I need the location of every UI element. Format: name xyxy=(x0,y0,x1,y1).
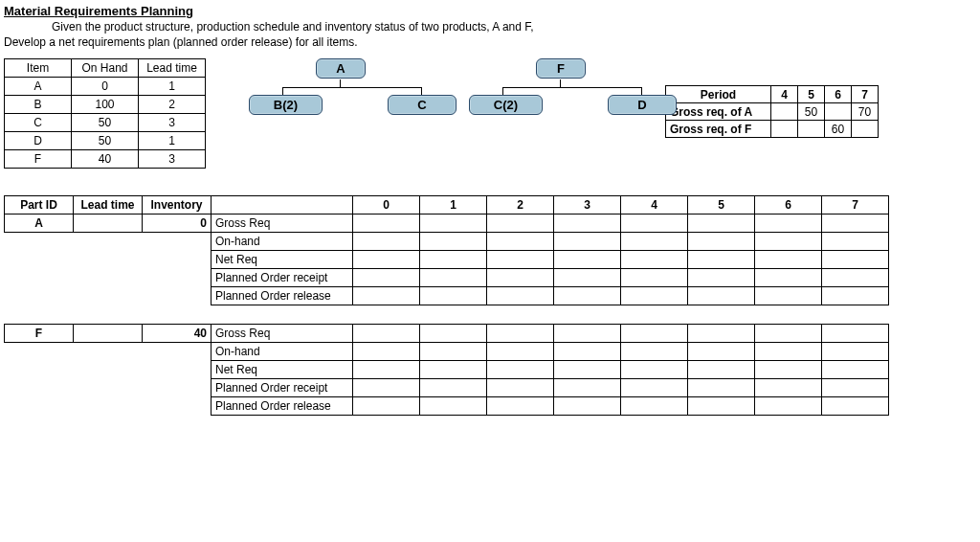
inventory-table: Item On Hand Lead time A 0 1 B 100 2 C 5… xyxy=(4,58,206,169)
mrp-period: 4 xyxy=(621,196,688,215)
cell xyxy=(852,121,879,138)
cell xyxy=(74,215,143,233)
period-col: 7 xyxy=(852,86,879,103)
cell: C xyxy=(5,114,72,132)
period-table: Period 4 5 6 7 Gross req. of A 50 70 Gro… xyxy=(665,85,879,138)
cell xyxy=(74,325,143,343)
inv-header-item: Item xyxy=(5,59,72,78)
cell xyxy=(771,121,798,138)
mrp-period: 0 xyxy=(353,196,420,215)
row-label: On-hand xyxy=(212,343,353,361)
cell xyxy=(771,103,798,121)
cell: A xyxy=(5,78,72,96)
mrp-period: 2 xyxy=(487,196,554,215)
node-a: A xyxy=(316,58,366,79)
cell: 3 xyxy=(139,150,206,169)
table-row: A 0 Gross Req xyxy=(5,215,889,233)
cell: 3 xyxy=(139,114,206,132)
part-id-cell: F xyxy=(5,325,74,343)
node-f: F xyxy=(536,58,586,79)
row-label: Net Req xyxy=(212,251,353,269)
gross-req-f-label: Gross req. of F xyxy=(666,121,771,138)
node-b2: B(2) xyxy=(249,95,323,115)
mrp-period: 6 xyxy=(755,196,822,215)
row-label: Gross Req xyxy=(212,215,353,233)
mrp-period: 7 xyxy=(822,196,889,215)
cell: 1 xyxy=(139,78,206,96)
intro-line-1: Given the product structure, production … xyxy=(52,20,980,34)
cell: D xyxy=(5,132,72,150)
cell: 40 xyxy=(143,325,212,343)
intro-line-2: Develop a net requirements plan (planned… xyxy=(4,35,980,49)
table-row: B 100 2 xyxy=(5,96,206,114)
cell: 100 xyxy=(72,96,139,114)
cell: 0 xyxy=(72,78,139,96)
table-row: A 0 1 xyxy=(5,78,206,96)
cell: 2 xyxy=(139,96,206,114)
table-row: Gross req. of A 50 70 xyxy=(666,103,879,121)
cell: 50 xyxy=(72,132,139,150)
row-label: On-hand xyxy=(212,233,353,251)
cell xyxy=(798,121,825,138)
mrp-header-leadtime: Lead time xyxy=(74,196,143,215)
row-label: Planned Order receipt xyxy=(212,379,353,397)
period-col: 5 xyxy=(798,86,825,103)
period-col: 4 xyxy=(771,86,798,103)
table-row: D 50 1 xyxy=(5,132,206,150)
product-structure-diagram: A B(2) C F C(2) D xyxy=(215,58,656,140)
table-row: F 40 Gross Req xyxy=(5,325,889,343)
mrp-header-inventory: Inventory xyxy=(143,196,212,215)
row-label: Gross Req xyxy=(212,325,353,343)
cell: 0 xyxy=(143,215,212,233)
cell: 40 xyxy=(72,150,139,169)
table-row: On-hand xyxy=(5,233,889,251)
node-c: C xyxy=(388,95,457,115)
cell xyxy=(825,103,852,121)
cell: B xyxy=(5,96,72,114)
cell: 1 xyxy=(139,132,206,150)
cell: 50 xyxy=(798,103,825,121)
mrp-period: 5 xyxy=(688,196,755,215)
inv-header-onhand: On Hand xyxy=(72,59,139,78)
inv-header-leadtime: Lead time xyxy=(139,59,206,78)
table-row: F 40 3 xyxy=(5,150,206,169)
node-c2: C(2) xyxy=(469,95,543,115)
cell: 50 xyxy=(72,114,139,132)
period-label: Period xyxy=(666,86,771,103)
table-row: Gross req. of F 60 xyxy=(666,121,879,138)
part-id-cell: A xyxy=(5,215,74,233)
cell: 70 xyxy=(852,103,879,121)
row-label: Net Req xyxy=(212,361,353,379)
mrp-header-partid: Part ID xyxy=(5,196,74,215)
mrp-period: 3 xyxy=(554,196,621,215)
row-label: Planned Order release xyxy=(212,397,353,416)
mrp-worksheet: Part ID Lead time Inventory 0 1 2 3 4 5 … xyxy=(4,195,889,416)
mrp-period: 1 xyxy=(420,196,487,215)
row-label: Planned Order receipt xyxy=(212,269,353,287)
gross-req-a-label: Gross req. of A xyxy=(666,103,771,121)
cell: F xyxy=(5,150,72,169)
table-row: C 50 3 xyxy=(5,114,206,132)
node-d: D xyxy=(608,95,677,115)
page-title: Material Requirements Planning xyxy=(4,4,980,18)
period-col: 6 xyxy=(825,86,852,103)
table-row: On-hand xyxy=(5,343,889,361)
cell: 60 xyxy=(825,121,852,138)
row-label: Planned Order release xyxy=(212,287,353,305)
